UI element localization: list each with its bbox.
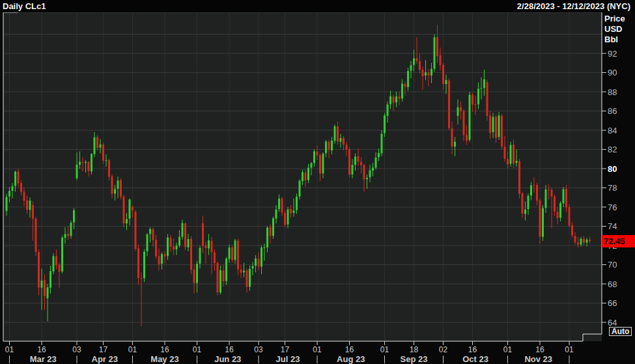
candle-body xyxy=(516,161,518,163)
candle-body xyxy=(199,248,201,264)
candle[interactable] xyxy=(143,249,145,282)
candle-body xyxy=(533,185,535,186)
candle[interactable] xyxy=(120,178,122,199)
price-tick-label: 88 xyxy=(608,87,617,97)
candle-body xyxy=(20,183,22,192)
candle-body xyxy=(85,162,87,163)
candle-body xyxy=(240,270,242,273)
candle-body xyxy=(542,208,544,237)
candle[interactable] xyxy=(272,217,274,239)
candle-body xyxy=(243,271,245,273)
candle[interactable] xyxy=(135,210,137,251)
candle[interactable] xyxy=(167,234,169,260)
chart-title: Daily CLc1 xyxy=(3,1,46,11)
candle-body xyxy=(284,213,286,225)
candle[interactable] xyxy=(334,124,336,144)
month-label: May 23 xyxy=(150,354,178,364)
candle[interactable] xyxy=(518,159,520,198)
candlestick-chart[interactable]: 929088868482807876747270686664PriceUSDBb… xyxy=(0,0,635,364)
candle-body xyxy=(38,252,40,287)
candle-body xyxy=(430,69,432,76)
candle-body xyxy=(79,162,81,165)
candle-body xyxy=(407,71,409,87)
candle-body xyxy=(528,196,529,209)
candle-body xyxy=(475,104,477,105)
time-axis[interactable]: 01160317011601160317011601180216011601Ma… xyxy=(5,341,574,364)
candle-body xyxy=(176,245,178,249)
candle-body xyxy=(132,207,134,210)
candle[interactable] xyxy=(510,142,512,167)
candle-body xyxy=(8,191,10,197)
candle-body xyxy=(214,252,216,263)
candle-body xyxy=(317,151,318,155)
candle-body xyxy=(161,254,163,264)
candle[interactable] xyxy=(381,130,383,156)
candle-body xyxy=(352,165,354,175)
auto-scale-button[interactable]: Auto xyxy=(609,327,632,336)
candle-body xyxy=(91,154,92,171)
candle-body xyxy=(413,59,415,65)
candle-body xyxy=(147,234,148,251)
price-tick-label: 76 xyxy=(608,203,617,212)
day-tick-label: 03 xyxy=(72,345,81,354)
candle[interactable] xyxy=(184,223,186,251)
candle[interactable] xyxy=(123,195,125,227)
candle-body xyxy=(287,210,289,225)
candle-body xyxy=(55,256,57,265)
day-tick-label: 01 xyxy=(128,345,137,354)
candle-body xyxy=(454,142,456,147)
candle[interactable] xyxy=(91,153,92,174)
candle[interactable] xyxy=(469,92,471,142)
price-axis-unit-label: USD xyxy=(604,24,622,34)
candle-body xyxy=(293,210,295,212)
candle-body xyxy=(264,247,266,248)
candle-body xyxy=(393,96,395,102)
month-label: Oct 23 xyxy=(462,354,488,364)
candle[interactable] xyxy=(190,236,192,274)
candle-body xyxy=(173,246,175,249)
candle[interactable] xyxy=(539,199,541,244)
candle-body xyxy=(481,89,483,89)
candle-body xyxy=(331,141,333,150)
candle-body xyxy=(44,280,46,296)
candle-body xyxy=(296,197,298,210)
candle-body xyxy=(155,240,157,257)
candle-body xyxy=(23,191,25,201)
candle[interactable] xyxy=(498,112,500,140)
candle[interactable] xyxy=(348,148,350,178)
candle-body xyxy=(375,158,377,168)
candle-body xyxy=(536,185,538,201)
candle[interactable] xyxy=(61,236,63,273)
candle-body xyxy=(311,163,313,167)
candle-body xyxy=(569,207,571,225)
candle[interactable] xyxy=(35,217,37,256)
candle[interactable] xyxy=(225,257,227,285)
candle[interactable] xyxy=(102,143,104,163)
candle-body xyxy=(530,186,532,196)
candle-body xyxy=(410,65,412,70)
candle-body xyxy=(246,270,248,287)
candle[interactable] xyxy=(53,253,55,274)
month-label: Jun 23 xyxy=(214,354,241,364)
price-axis-unit-label: Price xyxy=(604,14,625,23)
candle[interactable] xyxy=(299,179,301,199)
candle-body xyxy=(67,234,69,236)
candle-body xyxy=(61,238,63,272)
candle[interactable] xyxy=(487,79,488,120)
candle[interactable] xyxy=(434,35,436,72)
candle-body xyxy=(460,107,462,111)
candle-body xyxy=(434,37,436,68)
candle[interactable] xyxy=(448,78,450,130)
candle-body xyxy=(261,247,262,266)
candle-body xyxy=(102,145,104,161)
candle[interactable] xyxy=(501,114,503,150)
candle[interactable] xyxy=(217,262,219,296)
candle-body xyxy=(401,84,403,99)
candle-body xyxy=(472,94,473,104)
candle-body xyxy=(229,247,231,259)
candle[interactable] xyxy=(542,205,544,241)
candle-body xyxy=(117,180,119,189)
candle[interactable] xyxy=(569,204,571,227)
candle-body xyxy=(234,240,236,260)
price-axis[interactable]: 929088868482807876747270686664PriceUSDBb… xyxy=(602,14,625,328)
